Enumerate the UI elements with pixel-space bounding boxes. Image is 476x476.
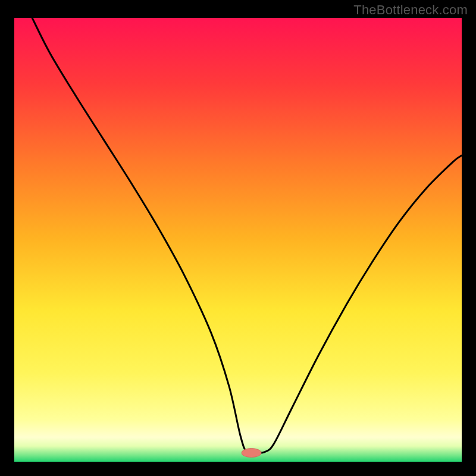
gradient-background (14, 18, 462, 462)
optimum-marker (242, 449, 261, 458)
plot-area (14, 18, 462, 462)
chart-svg (14, 18, 462, 462)
watermark-text: TheBottleneck.com (353, 2, 468, 18)
chart-container: TheBottleneck.com (0, 0, 476, 476)
